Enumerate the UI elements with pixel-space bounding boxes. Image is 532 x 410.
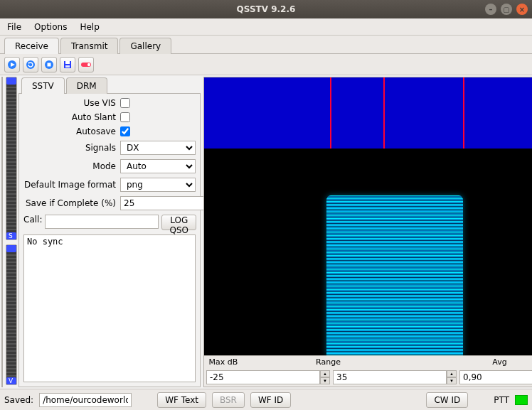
log-qso-button[interactable]: LOG QSO xyxy=(161,215,196,230)
play-icon xyxy=(7,60,17,70)
ptt-label: PTT xyxy=(494,395,509,405)
titlebar: QSSTV 9.2.6 – ▢ × xyxy=(0,0,532,18)
use-vis-checkbox[interactable] xyxy=(120,98,130,108)
menubar: File Options Help xyxy=(0,18,532,36)
main-content: S V SSTV DRM Use VIS Auto Slant xyxy=(0,75,532,389)
freq-marker-2[interactable] xyxy=(383,77,385,149)
meter-sync-indicator: S xyxy=(6,232,16,239)
volume-meter: V xyxy=(6,244,17,385)
sstv-settings: Use VIS Auto Slant Autosave Signals DX M… xyxy=(18,94,201,387)
eraser-icon xyxy=(80,60,92,69)
window-buttons: – ▢ × xyxy=(485,4,528,15)
waterfall-pane: Max dB Range Avg ▲▼ ▲▼ ▲▼ xyxy=(203,77,532,387)
spin-down-button[interactable]: ▼ xyxy=(447,377,457,384)
bsr-button[interactable]: BSR xyxy=(212,392,245,408)
freq-marker-3[interactable] xyxy=(463,77,464,149)
maxdb-spinner[interactable] xyxy=(206,370,320,384)
tab-receive[interactable]: Receive xyxy=(4,38,59,54)
maxdb-label: Max dB xyxy=(207,357,240,367)
meter-cap-icon xyxy=(6,77,16,85)
use-vis-label: Use VIS xyxy=(23,98,116,108)
subtab-drm[interactable]: DRM xyxy=(66,77,107,94)
subtab-sstv[interactable]: SSTV xyxy=(21,77,65,94)
svg-text:V: V xyxy=(9,377,14,384)
auto-slant-label: Auto Slant xyxy=(23,112,116,122)
signals-select[interactable]: DX xyxy=(120,141,196,155)
floppy-icon xyxy=(63,60,73,70)
sync-log: No sync xyxy=(23,234,196,382)
wf-controls: ▲▼ ▲▼ ▲▼ xyxy=(204,368,532,387)
main-tabs: Receive Transmit Gallery xyxy=(0,36,532,54)
spin-up-button[interactable]: ▲ xyxy=(447,370,457,377)
close-button[interactable]: × xyxy=(516,4,528,15)
auto-slant-checkbox[interactable] xyxy=(120,112,130,122)
mode-select[interactable]: Auto xyxy=(120,159,196,173)
avg-label: Avg xyxy=(417,357,532,367)
stop-button[interactable] xyxy=(41,57,57,72)
svg-text:S: S xyxy=(9,232,13,239)
wf-id-button[interactable]: WF ID xyxy=(250,392,291,408)
svg-rect-8 xyxy=(65,65,70,68)
stop-icon xyxy=(44,60,54,70)
erase-button[interactable] xyxy=(78,57,94,72)
receive-image-pane xyxy=(1,77,3,387)
svg-rect-7 xyxy=(65,61,70,64)
freq-marker-1[interactable] xyxy=(330,77,331,149)
range-spinner[interactable] xyxy=(333,370,447,384)
default-format-label: Default Image format xyxy=(23,180,116,190)
vu-meter-column: S V xyxy=(4,75,17,389)
window-title: QSSTV 9.2.6 xyxy=(0,4,532,14)
settings-pane: SSTV DRM Use VIS Auto Slant Autosave Sig… xyxy=(18,77,201,387)
mode-subtabs: SSTV DRM xyxy=(18,77,201,94)
avg-spinner[interactable] xyxy=(459,370,532,384)
autosave-checkbox[interactable] xyxy=(120,126,130,136)
minimize-button[interactable]: – xyxy=(485,4,496,15)
play-button[interactable] xyxy=(4,57,20,72)
autosave-label: Autosave xyxy=(23,126,116,136)
menu-file[interactable]: File xyxy=(7,22,21,32)
signals-label: Signals xyxy=(23,143,116,153)
spin-up-button[interactable]: ▲ xyxy=(320,370,330,377)
save-complete-label: Save if Complete (%) xyxy=(23,198,116,208)
wf-text-button[interactable]: WF Text xyxy=(157,392,206,408)
maximize-button[interactable]: ▢ xyxy=(501,4,512,15)
menu-help[interactable]: Help xyxy=(80,22,99,32)
spectrum-display[interactable] xyxy=(204,77,532,149)
svg-point-10 xyxy=(87,63,90,65)
menu-options[interactable]: Options xyxy=(34,22,67,32)
ptt-led-icon xyxy=(515,395,528,405)
svg-rect-5 xyxy=(48,63,51,66)
call-input[interactable] xyxy=(45,215,159,229)
default-format-select[interactable]: png xyxy=(120,178,196,192)
statusbar: Saved: WF Text BSR WF ID CW ID PTT xyxy=(0,389,532,410)
restart-icon xyxy=(26,60,36,70)
cw-id-button[interactable]: CW ID xyxy=(426,392,468,408)
save-button[interactable] xyxy=(60,57,75,72)
svg-point-2 xyxy=(26,60,35,69)
tab-gallery[interactable]: Gallery xyxy=(119,38,171,54)
spin-down-button[interactable]: ▼ xyxy=(320,377,330,384)
mode-label: Mode xyxy=(23,161,116,171)
range-label: Range xyxy=(245,357,411,367)
wf-control-labels: Max dB Range Avg xyxy=(204,355,532,368)
meter-vol-indicator: V xyxy=(6,377,16,384)
receive-toolbar xyxy=(0,54,532,75)
meter-cap-icon xyxy=(6,245,16,252)
saved-path-field[interactable] xyxy=(39,393,132,407)
saved-label: Saved: xyxy=(4,395,33,405)
restart-button[interactable] xyxy=(23,57,38,72)
waterfall-display[interactable] xyxy=(204,149,532,355)
sync-meter: S xyxy=(6,77,17,240)
received-image xyxy=(1,167,3,338)
tab-transmit[interactable]: Transmit xyxy=(60,38,118,54)
call-label: Call: xyxy=(23,215,42,230)
